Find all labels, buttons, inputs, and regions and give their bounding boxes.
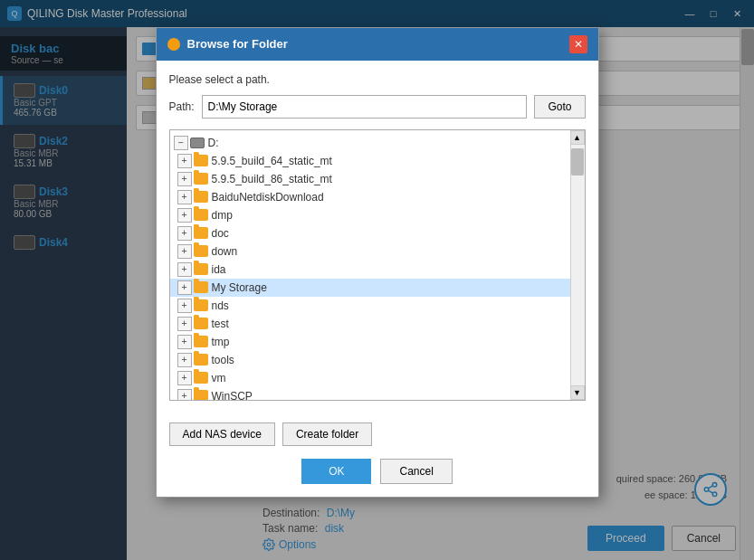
folder-icon-nds [194, 299, 208, 311]
dialog-bottom-row: Add NAS device Create folder [157, 422, 598, 459]
tree-item-doc[interactable]: + doc [170, 224, 570, 242]
tree-expander-tools[interactable]: + [177, 353, 192, 367]
path-input[interactable] [202, 95, 528, 119]
tree-item-mystorage[interactable]: + My Storage [170, 279, 570, 297]
tree-scrollbar[interactable]: ▲ ▼ [570, 130, 585, 400]
path-label: Path: [169, 100, 195, 113]
folder-icon-tools [194, 354, 208, 365]
folder-icon-mystorage [194, 281, 208, 293]
folder-icon-5964 [194, 155, 208, 166]
dialog-title-icon [167, 38, 180, 51]
dialog-action-buttons: Add NAS device Create folder [169, 422, 373, 446]
dialog-title: Browse for Folder [187, 37, 288, 51]
dialog-cancel-button[interactable]: Cancel [380, 459, 452, 484]
tree-expander-nds[interactable]: + [177, 299, 192, 313]
tree-label-vm: vm [212, 372, 226, 384]
folder-icon-vm [194, 372, 208, 384]
tree-item-ida[interactable]: + ida [170, 261, 570, 279]
tree-container[interactable]: − D: + 5.9.5_build_64_static_mt + [169, 129, 586, 401]
tree-label-5964: 5.9.5_build_64_static_mt [212, 155, 332, 167]
tree-expander-5986[interactable]: + [177, 172, 192, 186]
tree-expander-ida[interactable]: + [177, 262, 192, 277]
path-row: Path: Goto [169, 95, 586, 119]
tree-scrollbar-track [571, 145, 585, 385]
create-folder-button[interactable]: Create folder [282, 422, 372, 446]
tree-label-tools: tools [212, 354, 234, 366]
tree-label-baidu: BaiduNetdiskDownload [212, 191, 324, 204]
folder-icon-baidu [194, 191, 208, 203]
folder-icon-tmp [194, 336, 208, 347]
dialog-overlay: Browse for Folder ✕ Please select a path… [0, 0, 754, 560]
tree-scrollbar-thumb[interactable] [571, 148, 584, 176]
tree-label-ida: ida [212, 263, 226, 276]
tree-inner: − D: + 5.9.5_build_64_static_mt + [170, 130, 585, 401]
tree-item-baidu[interactable]: + BaiduNetdiskDownload [170, 188, 570, 206]
tree-expander-baidu[interactable]: + [177, 190, 192, 204]
drive-icon-d [190, 138, 205, 148]
tree-item-test[interactable]: + test [170, 315, 570, 333]
tree-expander-5964[interactable]: + [177, 154, 192, 168]
tree-item-d[interactable]: − D: [170, 134, 570, 152]
tree-label-test: test [212, 318, 229, 330]
app-window: Q QILING Disk Master Professional — □ ✕ … [0, 0, 754, 560]
dialog-titlebar: Browse for Folder ✕ [157, 28, 598, 61]
tree-item-nds[interactable]: + nds [170, 297, 570, 315]
add-nas-button[interactable]: Add NAS device [169, 422, 275, 446]
dialog-body: Please select a path. Path: Goto − D: [157, 61, 598, 422]
tree-label-tmp: tmp [212, 336, 230, 348]
tree-expander-doc[interactable]: + [177, 226, 192, 241]
tree-expander-vm[interactable]: + [177, 371, 192, 385]
tree-expander-mystorage[interactable]: + [177, 280, 192, 295]
tree-label-5986: 5.9.5_build_86_static_mt [212, 173, 332, 185]
browse-dialog: Browse for Folder ✕ Please select a path… [156, 27, 599, 498]
tree-expander-tmp[interactable]: + [177, 335, 192, 349]
tree-expander-winscp[interactable]: + [177, 389, 192, 401]
tree-expander-test[interactable]: + [177, 317, 192, 331]
tree-expander-down[interactable]: + [177, 244, 192, 259]
dialog-instruction: Please select a path. [169, 73, 586, 86]
tree-label-doc: doc [212, 227, 229, 240]
folder-icon-dmp [194, 209, 208, 221]
tree-label-mystorage: My Storage [212, 281, 267, 294]
folder-icon-5986 [194, 173, 208, 185]
folder-icon-down [194, 245, 208, 257]
tree-item-5964[interactable]: + 5.9.5_build_64_static_mt [170, 152, 570, 170]
dialog-close-button[interactable]: ✕ [569, 35, 587, 53]
folder-icon-winscp [194, 390, 208, 401]
tree-expander-dmp[interactable]: + [177, 208, 192, 223]
tree-item-tmp[interactable]: + tmp [170, 333, 570, 351]
tree-label-d: D: [208, 137, 219, 149]
tree-item-tools[interactable]: + tools [170, 351, 570, 369]
tree-label-dmp: dmp [212, 209, 233, 222]
folder-icon-doc [194, 227, 208, 239]
tree-item-dmp[interactable]: + dmp [170, 206, 570, 224]
tree-item-vm[interactable]: + vm [170, 369, 570, 387]
tree-scroll-down[interactable]: ▼ [570, 385, 585, 400]
tree-scroll-up[interactable]: ▲ [570, 130, 585, 145]
folder-icon-ida [194, 263, 208, 275]
tree-item-down[interactable]: + down [170, 242, 570, 261]
ok-button[interactable]: OK [301, 459, 371, 484]
goto-button[interactable]: Goto [534, 95, 585, 119]
tree-label-winscp: WinSCP [212, 390, 253, 401]
tree-item-5986[interactable]: + 5.9.5_build_86_static_mt [170, 170, 570, 188]
tree-expander-d[interactable]: − [174, 136, 188, 150]
tree-label-nds: nds [212, 299, 229, 312]
tree-label-down: down [212, 245, 238, 258]
tree-item-winscp[interactable]: + WinSCP [170, 387, 570, 401]
folder-icon-test [194, 318, 208, 329]
dialog-ok-row: OK Cancel [157, 459, 598, 497]
